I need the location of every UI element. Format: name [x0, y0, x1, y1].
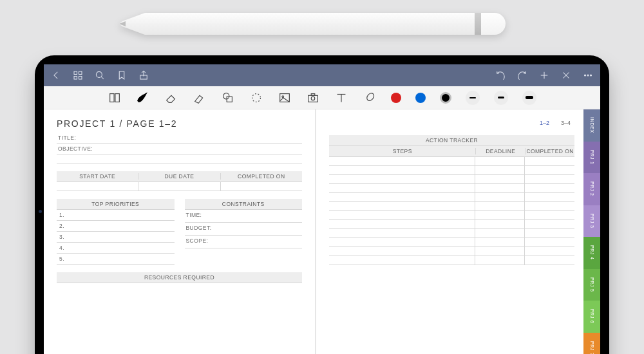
tracker-row[interactable] [329, 220, 574, 229]
tracker-columns: STEPS DEADLINE COMPLETED ON [329, 146, 574, 157]
color-swatch-black[interactable] [440, 92, 451, 104]
priority-1[interactable]: 1. [57, 210, 175, 221]
tab-prj-1[interactable]: PRJ 1 [583, 142, 600, 174]
stroke-size-3[interactable] [522, 91, 536, 105]
svg-point-22 [311, 97, 315, 100]
tracker-row[interactable] [329, 166, 574, 175]
tracker-row[interactable] [329, 238, 574, 247]
color-swatch-blue[interactable] [415, 93, 426, 103]
search-icon[interactable] [94, 70, 106, 81]
pen-tool-icon[interactable] [136, 91, 150, 105]
tracker-row[interactable] [329, 202, 574, 211]
svg-point-11 [584, 75, 585, 76]
tracker-row[interactable] [329, 184, 574, 193]
tab-prj-6[interactable]: PRJ 6 [583, 301, 600, 333]
due-date-header: DUE DATE [138, 173, 220, 180]
page-view-icon[interactable] [108, 91, 122, 105]
redo-icon[interactable] [516, 70, 528, 81]
priority-2[interactable]: 2. [57, 221, 175, 232]
apple-pencil [119, 13, 506, 35]
svg-point-12 [587, 75, 589, 76]
svg-rect-15 [115, 93, 119, 102]
objective-line[interactable] [57, 154, 302, 163]
dates-row[interactable] [57, 182, 302, 191]
tab-prj-4[interactable]: PRJ 4 [583, 237, 600, 269]
stroke-size-2[interactable] [494, 91, 508, 105]
constraint-scope[interactable]: SCOPE: [185, 236, 303, 248]
tab-prj-7[interactable]: PRJ 7 [583, 333, 600, 355]
close-icon[interactable] [560, 70, 572, 81]
svg-point-20 [282, 95, 284, 97]
camera-dot [39, 210, 42, 213]
tab-index[interactable]: INDEX [583, 109, 600, 142]
svg-rect-3 [79, 77, 82, 80]
svg-rect-2 [74, 77, 77, 80]
svg-rect-23 [311, 93, 315, 95]
tracker-row[interactable] [329, 229, 574, 238]
tracker-row[interactable] [329, 157, 574, 166]
tool-strip [44, 86, 600, 109]
priority-4[interactable]: 4. [57, 243, 175, 254]
svg-point-16 [223, 93, 229, 98]
ipad-frame: 1–2 3–4 PROJECT 1 / PAGE 1–2 TITLE: OBJE… [35, 55, 609, 354]
tracker-row[interactable] [329, 193, 574, 202]
text-tool-icon[interactable] [334, 91, 348, 105]
apps-icon[interactable] [72, 70, 84, 81]
col-deadline: DEADLINE [476, 148, 526, 154]
left-page: PROJECT 1 / PAGE 1–2 TITLE: OBJECTIVE: S… [44, 109, 315, 354]
priority-3[interactable]: 3. [57, 232, 175, 243]
page-link-next[interactable]: 3–4 [561, 120, 571, 126]
tab-prj-3[interactable]: PRJ 3 [583, 205, 600, 238]
bookmark-icon[interactable] [116, 70, 128, 81]
dates-header: START DATE DUE DATE COMPLETED ON [57, 171, 302, 182]
share-icon[interactable] [138, 70, 149, 81]
constraint-time[interactable]: TIME: [185, 210, 303, 223]
page-title: PROJECT 1 / PAGE 1–2 [57, 118, 302, 129]
objective-label[interactable]: OBJECTIVE: [57, 144, 302, 154]
constraint-budget[interactable]: BUDGET: [185, 223, 303, 236]
svg-rect-17 [227, 97, 232, 102]
tracker-row[interactable] [329, 175, 574, 184]
page-link-current[interactable]: 1–2 [540, 120, 549, 126]
right-page: ACTION TRACKER STEPS DEADLINE COMPLETED … [316, 109, 600, 354]
svg-point-13 [590, 75, 591, 76]
priorities-header: TOP PRIORITIES [57, 199, 175, 210]
notebook-page: 1–2 3–4 PROJECT 1 / PAGE 1–2 TITLE: OBJE… [44, 109, 600, 354]
eraser-tool-icon[interactable] [164, 91, 178, 105]
page-links: 1–2 3–4 [540, 120, 571, 126]
image-tool-icon[interactable] [278, 91, 292, 105]
lasso-tool-icon[interactable] [249, 91, 263, 105]
svg-point-4 [96, 71, 102, 77]
constraints-header: CONSTRAINTS [185, 199, 303, 210]
tracker-row[interactable] [329, 256, 574, 265]
shapes-tool-icon[interactable] [221, 91, 235, 105]
tracker-row[interactable] [329, 211, 574, 220]
undo-icon[interactable] [495, 70, 506, 81]
svg-rect-1 [79, 71, 82, 75]
link-tool-icon[interactable] [363, 91, 377, 105]
svg-rect-0 [74, 71, 77, 75]
back-icon[interactable] [50, 70, 62, 81]
svg-point-18 [252, 93, 261, 102]
color-swatch-red[interactable] [391, 93, 401, 103]
svg-point-26 [366, 91, 375, 102]
svg-line-5 [101, 77, 104, 79]
title-label[interactable]: TITLE: [57, 133, 302, 144]
app-screen: 1–2 3–4 PROJECT 1 / PAGE 1–2 TITLE: OBJE… [44, 64, 600, 354]
col-completed: COMPLETED ON [526, 148, 574, 154]
resources-header: RESOURCES REQUIRED [57, 272, 302, 283]
more-icon[interactable] [582, 70, 594, 81]
app-bar [44, 64, 600, 86]
stroke-size-1[interactable] [466, 91, 480, 105]
add-icon[interactable] [538, 70, 550, 81]
camera-tool-icon[interactable] [306, 91, 320, 105]
priority-5[interactable]: 5. [57, 254, 175, 265]
highlighter-tool-icon[interactable] [193, 91, 207, 105]
tracker-row[interactable] [329, 247, 574, 256]
col-steps: STEPS [329, 148, 476, 154]
completed-on-header: COMPLETED ON [221, 173, 302, 180]
start-date-header: START DATE [57, 173, 138, 180]
tab-prj-5[interactable]: PRJ 5 [583, 269, 600, 301]
tab-prj-2[interactable]: PRJ 2 [583, 173, 600, 205]
svg-rect-14 [110, 93, 114, 102]
